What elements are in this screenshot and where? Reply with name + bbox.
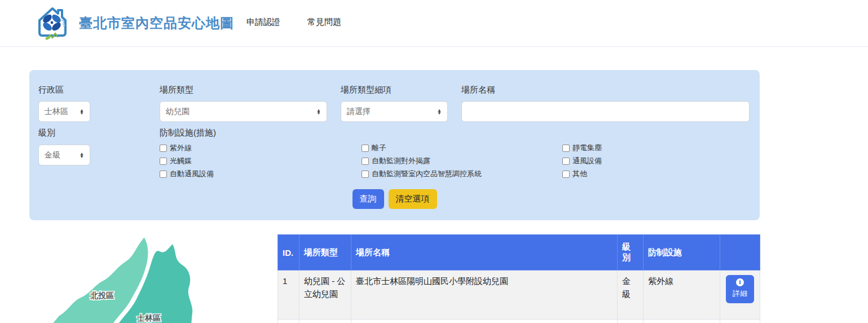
header: 臺北市室內空品安心地圖 申請認證 常見問題 — [0, 0, 868, 47]
col-header-id: ID. — [278, 235, 299, 270]
col-header-venue-type: 場所類型 — [299, 235, 351, 270]
checkbox-label: 自動通風設備 — [170, 169, 214, 179]
level-select[interactable]: 金級 ▲▼ — [38, 145, 90, 165]
results-table: ID. 場所類型 場所名稱 級別 防制設施 1 幼兒園 - 公立幼兒園 臺北市士… — [277, 234, 760, 323]
venue-name-label: 場所名稱 — [461, 85, 495, 95]
detail-button-label: 詳細 — [733, 288, 747, 300]
checkbox-label: 自動監測對外揭露 — [372, 156, 430, 166]
clear-options-button[interactable]: 清空選項 — [389, 189, 437, 209]
table-header-row: ID. 場所類型 場所名稱 級別 防制設施 — [278, 235, 760, 270]
district-select-value: 士林區 — [45, 107, 68, 117]
checkbox-label: 離子 — [372, 143, 386, 153]
nav-link-apply-certification[interactable]: 申請認證 — [246, 17, 280, 28]
map-label-shilin: 士林區 — [136, 313, 161, 322]
chevron-updown-icon: ▲▼ — [80, 152, 84, 158]
checkbox-label: 紫外線 — [170, 143, 192, 153]
col-header-venue-name: 場所名稱 — [351, 235, 618, 270]
checkbox-label: 其他 — [572, 169, 587, 179]
district-map[interactable]: 北投區 士林區 — [45, 226, 277, 323]
checkbox-auto-monitor-smart-control[interactable]: 自動監測暨室內空品智慧調控系統 — [362, 169, 482, 179]
venue-name-input[interactable] — [461, 101, 750, 122]
checkbox-icon[interactable] — [160, 145, 167, 152]
form-buttons: 查詢 清空選項 — [29, 189, 760, 209]
checkbox-icon[interactable] — [562, 171, 570, 178]
cell-venue-type: 幼兒園 - 公立幼兒園 — [299, 270, 351, 320]
checkbox-label: 自動監測暨室內空品智慧調控系統 — [372, 169, 482, 179]
level-label: 級別 — [38, 128, 55, 138]
chevron-updown-icon: ▲▼ — [437, 109, 442, 115]
checkbox-label: 通風設備 — [572, 156, 602, 166]
col-header-level: 級別 — [618, 235, 644, 270]
venue-subtype-select[interactable]: 請選擇 ▲▼ — [341, 101, 448, 122]
results-table-wrap: ID. 場所類型 場所名稱 級別 防制設施 1 幼兒園 - 公立幼兒園 臺北市士… — [277, 234, 760, 323]
checkbox-label: 靜電集塵 — [572, 143, 602, 153]
page: 臺北市室內空品安心地圖 申請認證 常見問題 行政區 士林區 ▲▼ 場所類型 幼兒… — [0, 0, 868, 323]
nav-link-faq[interactable]: 常見問題 — [307, 17, 341, 28]
district-label: 行政區 — [38, 85, 64, 95]
checkbox-icon[interactable] — [160, 158, 167, 165]
facilities-column-1: 紫外線 光觸媒 自動通風設備 — [160, 143, 214, 179]
checkbox-icon[interactable] — [562, 158, 570, 165]
detail-button[interactable]: i詳細 — [726, 275, 754, 303]
facilities-column-2: 離子 自動監測對外揭露 自動監測暨室內空品智慧調控系統 — [362, 143, 482, 179]
main-nav: 申請認證 常見問題 — [246, 17, 341, 28]
venue-subtype-label: 場所類型細項 — [341, 85, 391, 95]
checkbox-ion[interactable]: 離子 — [362, 143, 482, 153]
district-select[interactable]: 士林區 ▲▼ — [38, 101, 90, 122]
brand[interactable]: 臺北市室內空品安心地圖 — [34, 3, 234, 43]
checkbox-electrostatic[interactable]: 靜電集塵 — [562, 143, 602, 153]
cell-level: 金級 — [618, 270, 644, 320]
facilities-column-3: 靜電集塵 通風設備 其他 — [562, 143, 602, 179]
checkbox-auto-monitor-disclosure[interactable]: 自動監測對外揭露 — [362, 156, 482, 166]
venue-subtype-select-value: 請選擇 — [347, 107, 371, 117]
cell-facility: 紫外線 — [644, 270, 720, 320]
checkbox-icon[interactable] — [362, 171, 369, 178]
checkbox-uv[interactable]: 紫外線 — [160, 143, 214, 153]
facilities-label: 防制設施(措施) — [160, 128, 216, 138]
checkbox-label: 光觸媒 — [170, 156, 192, 166]
level-select-value: 金級 — [45, 150, 60, 160]
checkbox-other[interactable]: 其他 — [562, 169, 602, 179]
page-title: 臺北市室內空品安心地圖 — [79, 14, 234, 32]
query-button[interactable]: 查詢 — [353, 189, 384, 209]
filter-panel: 行政區 士林區 ▲▼ 場所類型 幼兒園 ▲▼ 場所類型細項 請選擇 ▲▼ 場所名… — [29, 70, 760, 220]
info-icon: i — [736, 278, 744, 286]
house-pinwheel-logo-icon — [34, 3, 71, 43]
checkbox-photocatalyst[interactable]: 光觸媒 — [160, 156, 214, 166]
table-row — [278, 320, 760, 323]
table-row: 1 幼兒園 - 公立幼兒園 臺北市士林區陽明山國民小學附設幼兒園 金級 紫外線 … — [278, 270, 760, 320]
checkbox-icon[interactable] — [362, 145, 369, 152]
chevron-updown-icon: ▲▼ — [316, 109, 321, 115]
map-label-beitou: 北投區 — [90, 291, 114, 300]
checkbox-icon[interactable] — [562, 145, 570, 152]
cell-venue-name: 臺北市士林區陽明山國民小學附設幼兒園 — [351, 270, 618, 320]
checkbox-ventilation[interactable]: 通風設備 — [562, 156, 602, 166]
col-header-facility: 防制設施 — [644, 235, 720, 270]
checkbox-auto-ventilation[interactable]: 自動通風設備 — [160, 169, 214, 179]
col-header-action — [720, 235, 760, 270]
checkbox-icon[interactable] — [362, 158, 369, 165]
chevron-updown-icon: ▲▼ — [80, 109, 84, 115]
cell-action: i詳細 — [720, 270, 760, 320]
checkbox-icon[interactable] — [160, 171, 167, 178]
venue-type-select-value: 幼兒園 — [166, 107, 190, 117]
venue-type-label: 場所類型 — [160, 85, 193, 95]
venue-type-select[interactable]: 幼兒園 ▲▼ — [160, 101, 327, 122]
cell-id: 1 — [278, 270, 299, 320]
